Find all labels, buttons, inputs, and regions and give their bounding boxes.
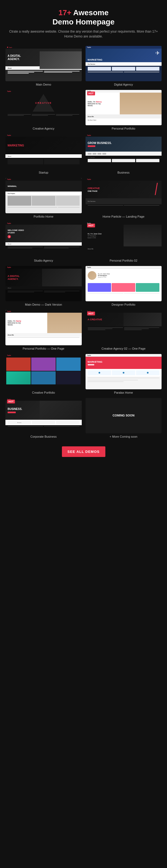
demo-thumb-personal-portfolio-one-page[interactable]: Toplio Hello, I'm NanlyWelcome to myWorl…: [5, 310, 82, 345]
hot-badge-corporate-business: HOT: [7, 400, 15, 403]
demo-item-creative-agency-02[interactable]: HOT Toplio A CREATIVE Creative Agency 02…: [86, 310, 162, 350]
demo-thumb-main-demo[interactable]: Toplio A DIGITALAGENCY. About: [5, 46, 82, 81]
demo-item-digital-agency[interactable]: Toplio MARKETING ✈ Our Service Digital A…: [86, 46, 162, 86]
demo-label-designer-portfolio: Designer Portfolio: [111, 303, 135, 306]
demo-thumb-startup[interactable]: Toplio MARKETING About: [5, 134, 82, 169]
demo-item-home-particle[interactable]: Toplio CREATIVEONE PAGE Our Services Hom…: [86, 178, 162, 218]
demo-thumb-corporate-business[interactable]: HOT Toplio BUSINESS. Services: [5, 398, 82, 433]
demo-label-corporate-business: Corporate Business: [30, 435, 57, 438]
demo-label-creative-agency: Creative Agency: [33, 127, 54, 130]
demo-item-designer-portfolio[interactable]: Toplio Hi, I'm Jane DoeUI Designer.based…: [86, 266, 162, 306]
demo-item-personal-portfolio-one-page[interactable]: Toplio Hello, I'm NanlyWelcome to myWorl…: [5, 310, 82, 350]
demo-item-corporate-business[interactable]: HOT Toplio BUSINESS. Services Corporate …: [5, 398, 82, 438]
demo-item-coming-soon: COMING SOON + More Coming soon: [86, 398, 162, 438]
demo-label-studio-agency: Studio Agency: [34, 259, 53, 262]
page-title: 17+ AwesomeDemo Homepage: [5, 8, 162, 26]
demo-thumb-portfolio-home[interactable]: Toplio MINIMAL Our Project: [5, 178, 82, 213]
demo-thumb-digital-agency[interactable]: Toplio MARKETING ✈ Our Service: [86, 46, 162, 81]
demo-label-personal-portfolio-one-page: Personal Portfolio — One Page: [23, 347, 64, 350]
demo-label-home-particle: Home Particle — Landing Page: [103, 215, 144, 218]
demo-thumb-personal-portfolio[interactable]: HOT Toplio Hello, I'm NancyWelcome to my…: [86, 90, 162, 125]
demo-label-business: Business: [117, 171, 130, 174]
demo-item-creative-agency[interactable]: Toplio CREATIVE Creative Agency: [5, 90, 82, 130]
demo-item-business[interactable]: Toplio GROW BUSINESS. Our Service: [86, 134, 162, 174]
demo-thumb-personal-portfolio-02[interactable]: HOT Toplio Hi, I'm Jane DoeUI Designer.b…: [86, 222, 162, 257]
demo-label-main-demo-dark: Main Demo — Dark Version: [25, 303, 62, 306]
demo-label-parallax-home: Paralax Home: [114, 391, 133, 394]
hot-badge-personal-portfolio: HOT: [87, 92, 95, 95]
demo-thumb-coming-soon: COMING SOON: [86, 398, 162, 433]
demo-item-portfolio-home[interactable]: Toplio MINIMAL Our Project Portfolio Hom…: [5, 178, 82, 218]
demo-thumb-parallax-home[interactable]: Toplio MARKETING: [86, 354, 162, 389]
demo-label-creative-agency-02: Creative Agency 02 — One Page: [102, 347, 145, 350]
demo-label-main-demo: Main Demo: [36, 83, 51, 86]
demo-thumb-home-particle[interactable]: Toplio CREATIVEONE PAGE Our Services: [86, 178, 162, 213]
hot-badge-personal-portfolio-02: HOT: [87, 224, 95, 227]
demo-item-personal-portfolio[interactable]: HOT Toplio Hello, I'm NancyWelcome to my…: [86, 90, 162, 130]
demos-grid: Toplio A DIGITALAGENCY. About Main Demo …: [0, 43, 167, 444]
see-all-demos-button[interactable]: SEE ALL DEMOS: [62, 446, 105, 457]
demo-item-main-demo-dark[interactable]: Toplio A DIGITALAGENCY. About Main Demo …: [5, 266, 82, 306]
demo-item-studio-agency[interactable]: Toplio WELCOME VIDEOSTUDIO ▶ About Studi…: [5, 222, 82, 262]
demo-label-coming-soon: + More Coming soon: [110, 435, 137, 438]
demo-label-personal-portfolio-02: Personal Portfolio 02: [110, 259, 137, 262]
demo-item-creative-portfolio[interactable]: Toplio Creative Portfolio: [5, 354, 82, 394]
demo-label-creative-portfolio: Creative Portfolio: [32, 391, 55, 394]
demo-label-personal-portfolio: Personal Portfolio: [111, 127, 135, 130]
demo-item-startup[interactable]: Toplio MARKETING About Startup: [5, 134, 82, 174]
page-subtitle: Ctrate a really awesome website. Choose …: [5, 29, 162, 39]
demo-label-portfolio-home: Portfolio Home: [34, 215, 54, 218]
demo-label-digital-agency: Digital Agency: [114, 83, 133, 86]
demo-item-parallax-home[interactable]: Toplio MARKETING Paralax Home: [86, 354, 162, 394]
demo-thumb-studio-agency[interactable]: Toplio WELCOME VIDEOSTUDIO ▶ About: [5, 222, 82, 257]
demo-item-personal-portfolio-02[interactable]: HOT Toplio Hi, I'm Jane DoeUI Designer.b…: [86, 222, 162, 262]
demo-thumb-business[interactable]: Toplio GROW BUSINESS. Our Service: [86, 134, 162, 169]
demo-thumb-creative-agency[interactable]: Toplio CREATIVE: [5, 90, 82, 125]
demo-thumb-creative-portfolio[interactable]: Toplio: [5, 354, 82, 389]
demo-thumb-main-demo-dark[interactable]: Toplio A DIGITALAGENCY. About: [5, 266, 82, 301]
demo-thumb-designer-portfolio[interactable]: Toplio Hi, I'm Jane DoeUI Designer.based…: [86, 266, 162, 301]
page-header: 17+ AwesomeDemo Homepage Ctrate a really…: [0, 0, 167, 43]
hot-badge-creative-agency-02: HOT: [87, 312, 95, 315]
demo-thumb-creative-agency-02[interactable]: HOT Toplio A CREATIVE: [86, 310, 162, 345]
demo-label-startup: Startup: [39, 171, 48, 174]
demo-item-main-demo[interactable]: Toplio A DIGITALAGENCY. About Main Demo: [5, 46, 82, 86]
